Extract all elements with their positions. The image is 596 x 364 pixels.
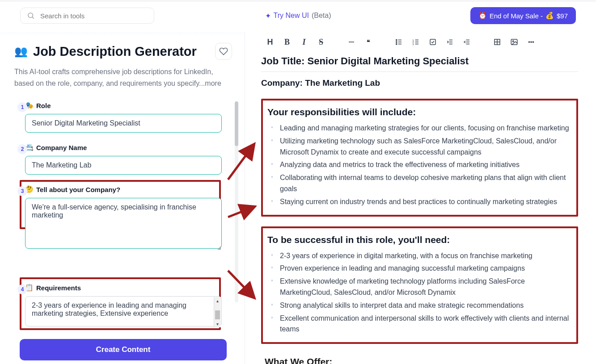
top-bar: ✦ Try New UI (Beta) ⏰ End of May Sale - … xyxy=(0,2,596,32)
step-number: 3 xyxy=(17,186,27,196)
bold-button[interactable]: B xyxy=(279,35,295,49)
scrollbar-thumb[interactable] xyxy=(235,101,238,146)
list-item: Utilizing marketing technology such as S… xyxy=(273,136,569,158)
scroll-thumb[interactable] xyxy=(215,310,220,319)
outdent-button[interactable] xyxy=(459,35,475,49)
requirements-textarea[interactable] xyxy=(25,296,222,326)
resize-handle[interactable] xyxy=(216,245,221,250)
alarm-icon: ⏰ xyxy=(478,12,487,20)
italic-button[interactable]: I xyxy=(296,35,312,49)
bullet-list-button[interactable] xyxy=(391,35,407,49)
hr-button[interactable] xyxy=(343,35,359,49)
more-link[interactable]: ...more xyxy=(199,79,221,87)
svg-point-28 xyxy=(531,42,532,42)
responsibilities-section: Your responsibilities will include: Lead… xyxy=(261,99,578,217)
svg-point-27 xyxy=(528,42,529,42)
list-item: Leading and managing marketing strategie… xyxy=(273,123,569,134)
svg-rect-15 xyxy=(430,39,435,45)
list-item: 2-3 years of experience in digital marke… xyxy=(273,251,569,262)
field-company-name: 2 📇 Company Name xyxy=(23,143,232,175)
moneybag-icon: 💰 xyxy=(545,12,554,20)
svg-point-5 xyxy=(396,42,397,42)
document-area[interactable]: Job Title: Senior Digital Marketing Spec… xyxy=(261,55,578,364)
tool-desc: This AI-tool crafts comprehensive job de… xyxy=(14,66,232,89)
list-item: Collaborating with internal teams to dev… xyxy=(273,172,569,195)
field-requirements: 4 📋 Requirements ▴ ▾ xyxy=(23,284,232,328)
quote-button[interactable]: ❝ xyxy=(360,35,376,49)
sale-price: $97 xyxy=(557,12,568,20)
indent-button[interactable] xyxy=(442,35,458,49)
step-number: 4 xyxy=(17,285,27,294)
offer-heading: What We Offer: xyxy=(265,356,578,364)
left-panel: 👥 Job Description Generator This AI-tool… xyxy=(0,32,245,364)
company-heading: Company: The Marketing Lab xyxy=(261,78,578,88)
role-input[interactable] xyxy=(25,114,222,133)
right-panel: H B I S ❝ 123 xyxy=(245,32,596,364)
list-item: Analyzing data and metrics to track the … xyxy=(273,159,569,171)
company-input[interactable] xyxy=(25,156,222,175)
step-number: 1 xyxy=(17,102,27,112)
svg-point-3 xyxy=(396,39,397,40)
svg-point-29 xyxy=(533,42,533,42)
form-container: 1 🎭 Role 2 📇 Company Name 3 xyxy=(14,101,232,360)
heading-button[interactable]: H xyxy=(262,35,278,49)
sparkle-icon: ✦ xyxy=(265,12,271,20)
svg-text:3: 3 xyxy=(413,43,414,46)
try-new-ui-label: Try New UI xyxy=(274,12,309,20)
checklist-button[interactable] xyxy=(425,35,441,49)
list-item: Extensive knowledge of marketing technol… xyxy=(273,276,569,298)
requirements-list: 2-3 years of experience in digital marke… xyxy=(267,251,569,335)
step-number: 2 xyxy=(17,144,27,154)
try-new-ui-link[interactable]: ✦ Try New UI (Beta) xyxy=(265,12,331,20)
more-button[interactable] xyxy=(523,35,539,49)
req-label: Requirements xyxy=(36,284,81,292)
sale-label: End of May Sale - xyxy=(490,12,543,20)
favorite-button[interactable] xyxy=(215,43,232,60)
create-content-button[interactable]: Create Content xyxy=(20,339,227,360)
field-role: 1 🎭 Role xyxy=(23,101,232,133)
search-box[interactable] xyxy=(20,8,154,24)
search-input[interactable] xyxy=(40,12,148,20)
scroll-up-icon[interactable]: ▴ xyxy=(214,297,221,304)
search-icon xyxy=(27,12,35,20)
people-icon: 👥 xyxy=(14,45,28,58)
list-item: Strong analytical skills to interpret da… xyxy=(273,300,569,311)
sale-button[interactable]: ⏰ End of May Sale - 💰 $97 xyxy=(470,7,576,24)
editor-toolbar: H B I S ❝ 123 xyxy=(262,35,578,49)
job-title-heading: Job Title: Senior Digital Marketing Spec… xyxy=(261,55,578,72)
responsibilities-list: Leading and managing marketing strategie… xyxy=(267,123,569,208)
list-item: Excellent communication and interpersona… xyxy=(273,313,569,335)
main-area: 👥 Job Description Generator This AI-tool… xyxy=(0,32,596,364)
about-label: Tell about your Company? xyxy=(36,186,120,193)
requirements-heading: To be successful in this role, you'll ne… xyxy=(267,234,569,245)
svg-point-7 xyxy=(396,43,397,44)
field-about-company: 3 🤔 Tell about your Company? xyxy=(23,185,232,251)
scroll-down-icon[interactable]: ▾ xyxy=(214,320,221,327)
list-item: Proven experience in leading and managin… xyxy=(273,263,569,274)
company-label: Company Name xyxy=(36,144,87,151)
tool-title: Job Description Generator xyxy=(33,44,210,59)
textarea-scrollbar[interactable]: ▴ ▾ xyxy=(214,297,221,327)
requirements-section: To be successful in this role, you'll ne… xyxy=(261,226,578,344)
strike-button[interactable]: S xyxy=(313,35,329,49)
number-list-button[interactable]: 123 xyxy=(408,35,424,49)
responsibilities-heading: Your responsibilities will include: xyxy=(267,107,569,117)
svg-point-26 xyxy=(512,41,514,42)
about-textarea[interactable] xyxy=(25,198,222,249)
beta-label: (Beta) xyxy=(312,12,331,20)
svg-line-1 xyxy=(32,17,34,18)
heart-icon xyxy=(219,47,228,56)
list-item: Staying current on industry trends and b… xyxy=(273,197,569,208)
role-label: Role xyxy=(36,102,51,109)
table-button[interactable] xyxy=(489,35,505,49)
image-button[interactable] xyxy=(506,35,522,49)
svg-point-0 xyxy=(28,13,33,18)
